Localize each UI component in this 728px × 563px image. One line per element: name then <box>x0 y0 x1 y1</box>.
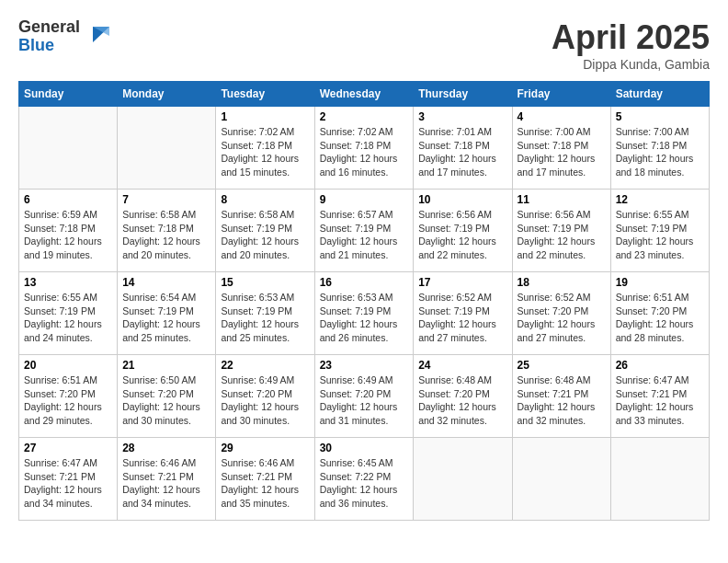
daylight-text: Daylight: 12 hours and 34 minutes. <box>24 484 102 509</box>
table-row: 29 Sunrise: 6:46 AM Sunset: 7:21 PM Dayl… <box>216 438 314 521</box>
day-detail: Sunrise: 6:58 AM Sunset: 7:19 PM Dayligh… <box>221 208 309 262</box>
daylight-text: Daylight: 12 hours and 15 minutes. <box>221 153 299 178</box>
sunset-text: Sunset: 7:19 PM <box>418 305 490 316</box>
sunset-text: Sunset: 7:19 PM <box>221 223 292 234</box>
sunrise-text: Sunrise: 6:51 AM <box>24 374 97 385</box>
table-row: 27 Sunrise: 6:47 AM Sunset: 7:21 PM Dayl… <box>19 438 118 521</box>
day-number: 22 <box>221 359 309 372</box>
table-row: 13 Sunrise: 6:55 AM Sunset: 7:19 PM Dayl… <box>19 272 118 355</box>
sunrise-text: Sunrise: 6:55 AM <box>24 292 97 303</box>
table-row: 20 Sunrise: 6:51 AM Sunset: 7:20 PM Dayl… <box>19 355 118 438</box>
calendar-week-row: 13 Sunrise: 6:55 AM Sunset: 7:19 PM Dayl… <box>19 272 710 355</box>
day-detail: Sunrise: 6:46 AM Sunset: 7:21 PM Dayligh… <box>221 456 309 511</box>
table-row: 1 Sunrise: 7:02 AM Sunset: 7:18 PM Dayli… <box>216 107 314 190</box>
day-number: 15 <box>221 276 309 289</box>
daylight-text: Daylight: 12 hours and 19 minutes. <box>24 236 102 260</box>
day-detail: Sunrise: 6:49 AM Sunset: 7:20 PM Dayligh… <box>221 373 309 428</box>
calendar-week-row: 27 Sunrise: 6:47 AM Sunset: 7:21 PM Dayl… <box>19 438 710 521</box>
table-row: 16 Sunrise: 6:53 AM Sunset: 7:19 PM Dayl… <box>314 272 414 355</box>
day-detail: Sunrise: 7:02 AM Sunset: 7:18 PM Dayligh… <box>320 125 409 179</box>
sunset-text: Sunset: 7:18 PM <box>221 140 292 151</box>
table-row: 17 Sunrise: 6:52 AM Sunset: 7:19 PM Dayl… <box>414 272 512 355</box>
table-row <box>610 438 709 521</box>
sunrise-text: Sunrise: 7:01 AM <box>418 126 492 137</box>
daylight-text: Daylight: 12 hours and 25 minutes. <box>221 318 299 343</box>
calendar-week-row: 1 Sunrise: 7:02 AM Sunset: 7:18 PM Dayli… <box>19 107 710 190</box>
calendar-title: April 2025 <box>552 18 710 57</box>
day-number: 11 <box>518 193 606 206</box>
day-detail: Sunrise: 6:54 AM Sunset: 7:19 PM Dayligh… <box>122 291 210 345</box>
sunrise-text: Sunrise: 6:57 AM <box>320 209 393 220</box>
sunset-text: Sunset: 7:19 PM <box>320 223 392 234</box>
calendar-week-row: 20 Sunrise: 6:51 AM Sunset: 7:20 PM Dayl… <box>19 355 710 438</box>
daylight-text: Daylight: 12 hours and 36 minutes. <box>320 484 398 509</box>
logo-general: General <box>18 18 80 37</box>
day-detail: Sunrise: 6:56 AM Sunset: 7:19 PM Dayligh… <box>518 208 606 262</box>
day-number: 19 <box>616 276 704 289</box>
day-number: 14 <box>122 276 210 289</box>
sunrise-text: Sunrise: 6:58 AM <box>221 209 294 220</box>
table-row: 15 Sunrise: 6:53 AM Sunset: 7:19 PM Dayl… <box>216 272 314 355</box>
day-number: 3 <box>418 110 506 123</box>
sunset-text: Sunset: 7:18 PM <box>418 140 490 151</box>
page-header: General Blue April 2025 Dippa Kunda, Gam… <box>18 18 710 72</box>
daylight-text: Daylight: 12 hours and 20 minutes. <box>221 236 299 260</box>
sunset-text: Sunset: 7:18 PM <box>518 140 589 151</box>
sunrise-text: Sunrise: 6:48 AM <box>518 374 591 385</box>
table-row: 24 Sunrise: 6:48 AM Sunset: 7:20 PM Dayl… <box>414 355 512 438</box>
logo: General Blue <box>18 18 111 55</box>
sunset-text: Sunset: 7:21 PM <box>24 471 96 482</box>
daylight-text: Daylight: 12 hours and 22 minutes. <box>418 236 496 260</box>
day-number: 25 <box>518 359 606 372</box>
sunrise-text: Sunrise: 6:59 AM <box>24 209 97 220</box>
day-number: 20 <box>24 359 112 372</box>
day-detail: Sunrise: 6:57 AM Sunset: 7:19 PM Dayligh… <box>320 208 409 262</box>
header-saturday: Saturday <box>610 82 709 107</box>
day-detail: Sunrise: 7:01 AM Sunset: 7:18 PM Dayligh… <box>418 125 506 179</box>
sunset-text: Sunset: 7:22 PM <box>320 471 392 482</box>
daylight-text: Daylight: 12 hours and 27 minutes. <box>518 318 596 343</box>
sunset-text: Sunset: 7:20 PM <box>518 305 589 316</box>
day-number: 23 <box>320 359 409 372</box>
day-detail: Sunrise: 7:00 AM Sunset: 7:18 PM Dayligh… <box>616 125 704 179</box>
sunset-text: Sunset: 7:21 PM <box>518 388 589 399</box>
logo-blue: Blue <box>18 37 80 55</box>
daylight-text: Daylight: 12 hours and 27 minutes. <box>418 318 496 343</box>
header-wednesday: Wednesday <box>314 82 414 107</box>
sunset-text: Sunset: 7:21 PM <box>221 471 292 482</box>
daylight-text: Daylight: 12 hours and 21 minutes. <box>320 236 398 260</box>
table-row: 9 Sunrise: 6:57 AM Sunset: 7:19 PM Dayli… <box>314 190 414 272</box>
table-row: 21 Sunrise: 6:50 AM Sunset: 7:20 PM Dayl… <box>118 355 216 438</box>
table-row: 18 Sunrise: 6:52 AM Sunset: 7:20 PM Dayl… <box>512 272 610 355</box>
sunrise-text: Sunrise: 6:46 AM <box>122 457 196 468</box>
daylight-text: Daylight: 12 hours and 34 minutes. <box>122 484 200 509</box>
sunset-text: Sunset: 7:19 PM <box>418 223 490 234</box>
sunset-text: Sunset: 7:18 PM <box>122 223 194 234</box>
table-row: 6 Sunrise: 6:59 AM Sunset: 7:18 PM Dayli… <box>19 190 118 272</box>
daylight-text: Daylight: 12 hours and 30 minutes. <box>221 401 299 426</box>
sunrise-text: Sunrise: 6:58 AM <box>122 209 196 220</box>
sunset-text: Sunset: 7:20 PM <box>616 305 688 316</box>
day-number: 6 <box>24 193 112 206</box>
day-number: 26 <box>616 359 704 372</box>
daylight-text: Daylight: 12 hours and 31 minutes. <box>320 401 398 426</box>
day-number: 1 <box>221 110 309 123</box>
table-row: 7 Sunrise: 6:58 AM Sunset: 7:18 PM Dayli… <box>118 190 216 272</box>
table-row <box>512 438 610 521</box>
sunset-text: Sunset: 7:21 PM <box>616 388 688 399</box>
day-detail: Sunrise: 6:59 AM Sunset: 7:18 PM Dayligh… <box>24 208 112 262</box>
header-sunday: Sunday <box>19 82 118 107</box>
daylight-text: Daylight: 12 hours and 17 minutes. <box>418 153 496 178</box>
daylight-text: Daylight: 12 hours and 25 minutes. <box>122 318 200 343</box>
day-detail: Sunrise: 6:49 AM Sunset: 7:20 PM Dayligh… <box>320 373 409 428</box>
daylight-text: Daylight: 12 hours and 32 minutes. <box>518 401 596 426</box>
sunset-text: Sunset: 7:20 PM <box>418 388 490 399</box>
title-block: April 2025 Dippa Kunda, Gambia <box>552 18 710 72</box>
day-number: 17 <box>418 276 506 289</box>
daylight-text: Daylight: 12 hours and 20 minutes. <box>122 236 200 260</box>
table-row: 8 Sunrise: 6:58 AM Sunset: 7:19 PM Dayli… <box>216 190 314 272</box>
sunrise-text: Sunrise: 6:49 AM <box>320 374 393 385</box>
table-row: 5 Sunrise: 7:00 AM Sunset: 7:18 PM Dayli… <box>610 107 709 190</box>
sunset-text: Sunset: 7:21 PM <box>122 471 194 482</box>
daylight-text: Daylight: 12 hours and 26 minutes. <box>320 318 398 343</box>
